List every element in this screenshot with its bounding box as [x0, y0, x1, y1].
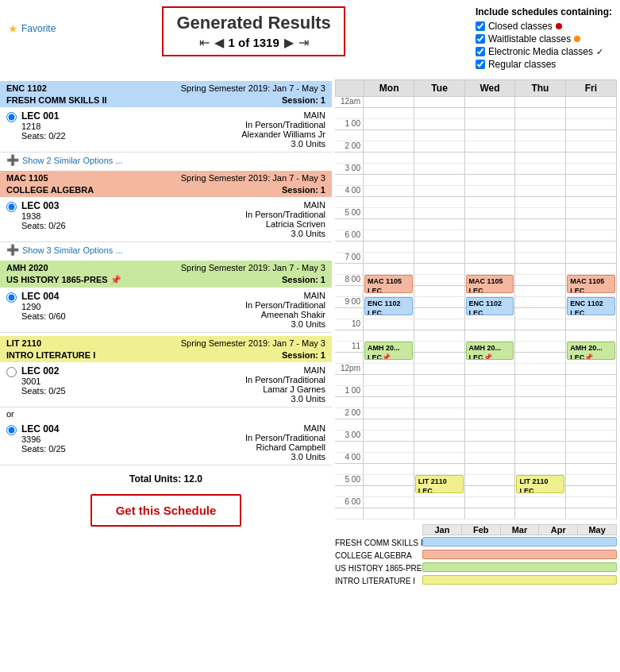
time-cell-0: 12am — [335, 97, 364, 108]
cal-cell-37-4 — [566, 508, 617, 519]
cal-cell-10-2 — [465, 208, 516, 219]
mac-main-label: MAIN — [245, 200, 325, 210]
cal-cell-21-0 — [364, 330, 414, 342]
cal-cell-34-4 — [566, 475, 617, 486]
enc-similar-label: Show 2 Similar Options ... — [22, 156, 123, 165]
cal-cell-16-3 — [515, 275, 566, 286]
cal-cell-19-1 — [414, 308, 465, 319]
cal-row-17 — [335, 286, 617, 297]
mac-mode: In Person/Traditional — [245, 210, 325, 219]
cal-cell-35-0 — [364, 486, 414, 497]
mac-instructor: Latricia Scriven — [245, 219, 325, 229]
cal-cell-15-3 — [515, 264, 566, 275]
cal-cell-18-0 — [364, 297, 414, 308]
time-cell-2: 1 00 — [335, 119, 364, 130]
closed-checkbox[interactable] — [476, 21, 485, 31]
cal-cell-25-0 — [364, 375, 414, 386]
timeline: Jan Feb Mar Apr May FRESH COMM SKILLS II… — [335, 524, 617, 586]
mac-radio[interactable] — [6, 202, 17, 212]
time-cell-20: 10 — [335, 319, 364, 330]
lit-seats-002: Seats: 0/25 — [21, 386, 66, 396]
prev-page-btn[interactable]: ◀ — [214, 35, 224, 50]
cal-cell-14-3 — [515, 253, 566, 264]
cal-cell-30-0 — [364, 431, 414, 442]
waitlist-checkbox[interactable] — [476, 34, 485, 44]
time-cell-25 — [335, 375, 364, 386]
cal-cell-37-0 — [364, 508, 414, 519]
cal-cell-29-4 — [566, 419, 617, 431]
cal-row-4: 2 00 — [335, 141, 617, 153]
cal-cell-7-2 — [465, 175, 516, 186]
cal-cell-6-3 — [515, 164, 566, 175]
enc-session: Session: 1 — [282, 95, 325, 105]
lit-name-row: INTRO LITERATURE I Session: 1 — [0, 350, 332, 362]
mac-seats: Seats: 0/26 — [21, 221, 66, 230]
cal-cell-27-3 — [515, 397, 566, 408]
mac-session: Session: 1 — [282, 185, 325, 195]
cal-cell-1-2 — [465, 108, 516, 119]
course-block-amh: AMH 2020 Spring Semester 2019: Jan 7 - M… — [0, 261, 332, 333]
cal-row-15 — [335, 264, 617, 275]
cal-cell-19-3 — [515, 308, 566, 319]
timeline-spacer — [335, 524, 422, 535]
time-cell-10: 5 00 — [335, 208, 364, 219]
amh-section-right: MAIN In Person/Traditional Ameenah Shaki… — [245, 291, 325, 329]
lit-header: LIT 2110 Spring Semester 2019: Jan 7 - M… — [0, 336, 332, 350]
cal-cell-11-4 — [566, 219, 617, 230]
cal-cell-4-4 — [566, 141, 617, 153]
cal-cell-15-2 — [465, 264, 516, 275]
enc-radio[interactable] — [6, 112, 17, 122]
lit-radio-004[interactable] — [6, 425, 17, 435]
time-cell-18: 9 00 — [335, 297, 364, 308]
header: ★ Favorite Generated Results ⇤ ◀ 1 of 13… — [0, 0, 620, 78]
cal-cell-20-1 — [414, 319, 465, 330]
electronic-checkbox[interactable] — [476, 47, 485, 56]
cal-cell-22-4 — [566, 342, 617, 353]
enc-similar[interactable]: ➕ Show 2 Similar Options ... — [0, 153, 332, 168]
amh-section-area: LEC 004 1290 Seats: 0/60 MAIN In Person/… — [0, 288, 332, 333]
time-cell-32: 4 00 — [335, 453, 364, 464]
lit-radio-002[interactable] — [6, 367, 17, 377]
cal-cell-1-0 — [364, 108, 414, 119]
amh-radio[interactable] — [6, 292, 17, 303]
cal-cell-2-4 — [566, 119, 617, 130]
lit-session: Session: 1 — [282, 350, 325, 360]
results-count: 1 of 1319 — [229, 36, 279, 49]
lit-code: LIT 2110 — [6, 338, 41, 348]
mac-section-right: MAIN In Person/Traditional Latricia Scri… — [245, 200, 325, 238]
cal-cell-26-0 — [364, 386, 414, 397]
cal-cell-15-1 — [414, 264, 465, 275]
mac-section-row: LEC 003 1938 Seats: 0/26 MAIN In Person/… — [6, 200, 325, 238]
cal-cell-10-1 — [414, 208, 465, 219]
cal-cell-12-0 — [364, 230, 414, 241]
cal-row-32: 4 00 — [335, 453, 617, 464]
cal-cell-35-3 — [515, 486, 566, 497]
get-schedule-button[interactable]: Get this Schedule — [90, 494, 242, 527]
time-cell-4: 2 00 — [335, 141, 364, 153]
time-cell-21 — [335, 330, 364, 342]
last-page-btn[interactable]: ⇥ — [298, 35, 309, 50]
cal-cell-26-3 — [515, 386, 566, 397]
next-page-btn[interactable]: ▶ — [284, 35, 294, 50]
cal-cell-36-1 — [414, 497, 465, 508]
time-cell-12: 6 00 — [335, 230, 364, 241]
enc-mode: In Person/Traditional — [241, 120, 325, 129]
lit-section-002-info: LEC 002 3001 Seats: 0/25 — [21, 365, 66, 396]
cal-cell-34-2 — [465, 475, 516, 486]
cal-cell-5-0 — [364, 153, 414, 164]
cal-cell-24-4 — [566, 364, 617, 375]
cal-row-0: 12am — [335, 97, 617, 108]
amh-section-left: LEC 004 1290 Seats: 0/60 — [6, 291, 66, 329]
cal-cell-11-2 — [465, 219, 516, 230]
regular-checkbox[interactable] — [476, 60, 485, 69]
cal-cell-11-1 — [414, 219, 465, 230]
mac-similar[interactable]: ➕ Show 3 Similar Options ... — [0, 242, 332, 257]
first-page-btn[interactable]: ⇤ — [199, 35, 210, 50]
cal-cell-2-1 — [414, 119, 465, 130]
red-dot-closed — [556, 23, 562, 29]
amh-units: 3.0 Units — [245, 319, 325, 329]
wed-header: Wed — [465, 80, 515, 96]
cal-cell-28-3 — [515, 408, 566, 419]
favorite-btn[interactable]: ★ Favorite — [8, 22, 56, 35]
cal-row-11 — [335, 219, 617, 230]
